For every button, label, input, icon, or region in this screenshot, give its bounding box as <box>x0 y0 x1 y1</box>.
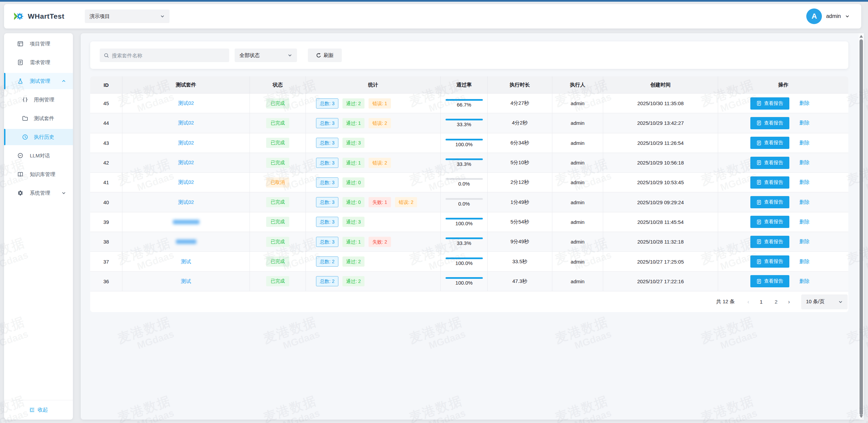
sidebar-item-4[interactable]: 测试套件 <box>4 110 73 127</box>
status-filter-select[interactable]: 全部状态 <box>235 49 297 62</box>
cell-status: 已取消 <box>250 173 306 192</box>
cell-suite: 测试02 <box>122 153 250 172</box>
cell-pass-rate: 100.0% <box>441 133 488 153</box>
clock-icon <box>22 134 28 140</box>
sidebar-item-1[interactable]: 需求管理 <box>4 54 73 71</box>
cell-created: 2025/10/29 11:26:54 <box>603 133 718 153</box>
table-row: 38已完成总数: 3通过: 1失败: 233.3%9分49秒admin2025/… <box>90 232 848 251</box>
suite-name-link[interactable]: 测试02 <box>178 159 194 166</box>
search-icon <box>104 53 109 58</box>
page-number-1[interactable]: 1 <box>756 299 767 305</box>
stat-tag-pass: 通过: 3 <box>342 138 365 148</box>
cell-stats: 总数: 3通过: 2错误: 1 <box>306 94 441 113</box>
scroll-up-arrow[interactable] <box>860 35 863 38</box>
cell-stats: 总数: 3通过: 3 <box>306 133 441 153</box>
chevron-down-icon <box>61 191 66 195</box>
view-report-button[interactable]: 查看报告 <box>750 255 789 268</box>
suite-name-link[interactable]: 测试02 <box>178 140 194 146</box>
stat-tag-pass: 通过: 3 <box>342 217 365 227</box>
column-header: 通过率 <box>441 76 488 93</box>
sidebar-item-8[interactable]: 系统管理 <box>4 185 73 201</box>
view-report-button[interactable]: 查看报告 <box>750 236 789 248</box>
vertical-scrollbar[interactable] <box>859 33 864 420</box>
menu-fold-icon <box>29 407 35 413</box>
user-menu[interactable]: A admin <box>806 4 850 28</box>
sidebar-item-label: 系统管理 <box>30 190 50 196</box>
cell-suite <box>122 212 250 232</box>
table-row: 42测试02已完成总数: 3通过: 1错误: 233.3%5分10秒admin2… <box>90 153 848 172</box>
collapse-button[interactable]: 收起 <box>4 400 73 420</box>
suite-name-link[interactable]: 测试02 <box>178 199 194 206</box>
cell-actions: 查看报告删除 <box>718 153 848 172</box>
scrollbar-thumb[interactable] <box>860 39 863 415</box>
sidebar-item-7[interactable]: 知识库管理 <box>4 166 73 182</box>
cell-created: 2025/10/29 10:56:18 <box>603 153 718 172</box>
pagination-next[interactable]: › <box>784 299 794 305</box>
book-icon <box>17 171 24 178</box>
cell-duration: 6分34秒 <box>488 133 552 153</box>
page: WHartTest 演示项目 A admin 项目管理需求管理测试管理用例管理测… <box>0 0 868 423</box>
blurred-suite-name[interactable] <box>173 220 199 224</box>
cell-duration: 2分12秒 <box>488 173 552 192</box>
suite-name-link[interactable]: 测试02 <box>178 120 194 126</box>
cell-suite: 测试02 <box>122 94 250 113</box>
sidebar-item-6[interactable]: LLM对话 <box>4 148 73 164</box>
sidebar-item-3[interactable]: 用例管理 <box>4 92 73 108</box>
sidebar-menu: 项目管理需求管理测试管理用例管理测试套件执行历史LLM对话知识库管理系统管理 <box>4 36 73 201</box>
delete-link[interactable]: 删除 <box>800 199 810 206</box>
view-report-button[interactable]: 查看报告 <box>750 176 789 189</box>
stat-tag-error: 错误: 1 <box>369 98 391 109</box>
delete-link[interactable]: 删除 <box>800 258 810 265</box>
column-header: 统计 <box>306 76 441 93</box>
cell-status: 已完成 <box>250 153 306 172</box>
suite-name-link[interactable]: 测试 <box>181 278 191 285</box>
column-header: 操作 <box>718 76 848 93</box>
stat-tag-error: 错误: 2 <box>395 197 417 207</box>
suite-name-link[interactable]: 测试02 <box>178 179 194 186</box>
delete-link[interactable]: 删除 <box>800 278 810 285</box>
pass-rate-bar <box>446 198 483 200</box>
stat-tag-pass: 通过: 0 <box>342 197 365 207</box>
delete-link[interactable]: 删除 <box>800 140 810 146</box>
cell-suite: 测试02 <box>122 113 250 133</box>
pass-rate-bar <box>446 119 483 120</box>
page-size-select[interactable]: 10 条/页 <box>801 294 848 309</box>
view-report-button[interactable]: 查看报告 <box>750 157 789 169</box>
delete-link[interactable]: 删除 <box>800 100 810 107</box>
page-number-2[interactable]: 2 <box>771 299 782 305</box>
cell-id: 36 <box>90 272 122 291</box>
sidebar-item-5[interactable]: 执行历史 <box>4 129 73 145</box>
pagination-prev[interactable]: ‹ <box>743 299 754 305</box>
view-report-button[interactable]: 查看报告 <box>750 275 789 287</box>
blurred-suite-name[interactable] <box>176 239 196 244</box>
chat-icon <box>17 152 24 159</box>
view-report-button[interactable]: 查看报告 <box>750 97 789 110</box>
stat-tag-total: 总数: 3 <box>316 217 338 227</box>
refresh-button[interactable]: 刷新 <box>308 49 342 62</box>
table-row: 45测试02已完成总数: 3通过: 2错误: 166.7%4分27秒admin2… <box>90 93 848 113</box>
cell-created: 2025/10/28 11:32:18 <box>603 232 718 251</box>
cell-pass-rate: 33.3% <box>441 153 488 172</box>
sidebar-item-0[interactable]: 项目管理 <box>4 36 73 52</box>
delete-link[interactable]: 删除 <box>800 238 810 245</box>
view-report-button[interactable]: 查看报告 <box>750 196 789 208</box>
project-select[interactable]: 演示项目 <box>85 9 170 23</box>
search-input[interactable] <box>112 53 225 58</box>
sidebar-item-2[interactable]: 测试管理 <box>4 73 73 89</box>
view-report-button[interactable]: 查看报告 <box>750 117 789 129</box>
view-report-button[interactable]: 查看报告 <box>750 216 789 228</box>
cell-stats: 总数: 3通过: 3 <box>306 212 441 232</box>
delete-link[interactable]: 删除 <box>800 159 810 166</box>
suite-name-link[interactable]: 测试02 <box>178 100 194 107</box>
cell-stats: 总数: 3通过: 1错误: 2 <box>306 113 441 133</box>
table-body: 45测试02已完成总数: 3通过: 2错误: 166.7%4分27秒admin2… <box>90 93 848 291</box>
suite-name-link[interactable]: 测试 <box>181 258 191 265</box>
delete-link[interactable]: 删除 <box>800 120 810 126</box>
delete-link[interactable]: 删除 <box>800 179 810 186</box>
delete-link[interactable]: 删除 <box>800 219 810 225</box>
cell-id: 38 <box>90 232 122 251</box>
pass-rate-text: 33.3% <box>457 161 471 167</box>
scroll-down-arrow[interactable] <box>860 415 863 418</box>
view-report-button[interactable]: 查看报告 <box>750 137 789 149</box>
cell-actions: 查看报告删除 <box>718 133 848 153</box>
